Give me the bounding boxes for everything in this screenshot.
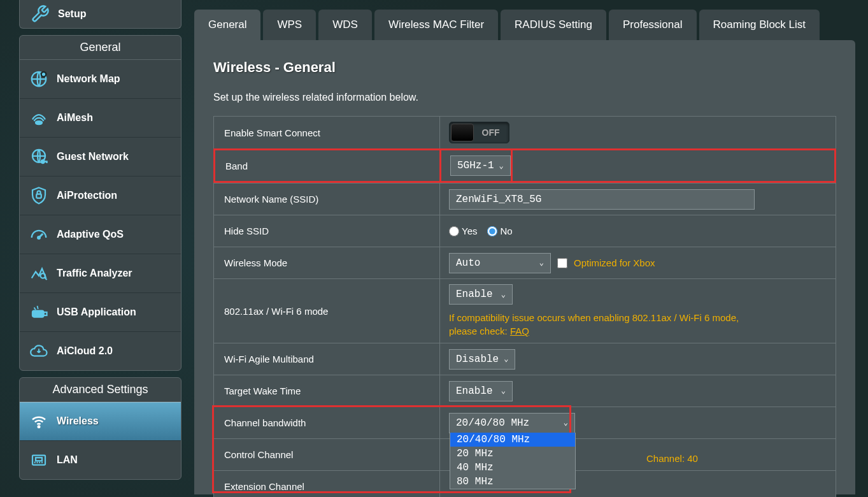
label-control-channel: Control Channel [214,439,440,470]
sidebar-advanced-group: Advanced Settings Wireless LAN [19,377,181,480]
svg-point-4 [41,160,45,163]
tab-radius[interactable]: RADIUS Setting [501,10,606,40]
select-band[interactable]: 5GHz-1 ⌄ [450,155,511,176]
select-channel-bandwidth[interactable]: 20/40/80 MHz ⌄ 20/40/80 MHz 20 MHz 40 MH… [449,413,575,433]
row-twt: Target Wake Time Enable ⌄ [213,375,836,407]
sidebar-item-label: Network Map [57,73,120,85]
dropdown-option[interactable]: 40 MHz [450,461,575,475]
sidebar-item-label: LAN [57,454,78,466]
sidebar-item-wireless[interactable]: Wireless [20,402,181,441]
chevron-down-icon: ⌄ [501,386,506,396]
cloud-icon [27,341,50,361]
usb-icon [27,302,50,322]
input-ssid[interactable] [449,189,755,210]
label-twt: Target Wake Time [214,375,440,407]
sidebar-item-usb-application[interactable]: USB Application [20,293,181,332]
select-value: Enable [456,289,493,300]
radio-input-yes[interactable] [449,226,459,236]
hint-text: Channel: 40 [646,453,698,464]
select-wireless-mode[interactable]: Auto ⌄ [449,253,551,273]
sidebar-item-traffic-analyzer[interactable]: Traffic Analyzer [20,254,181,293]
hint-control-channel: Channel: 40 [646,452,698,465]
sidebar-item-label: Setup [58,8,86,20]
sidebar-item-label: USB Application [57,306,136,318]
sidebar-item-label: Guest Network [57,151,129,162]
sidebar-item-label: AiMesh [57,112,93,124]
radio-label: Yes [462,226,477,236]
label-agile: Wi-Fi Agile Multiband [214,343,440,375]
dropdown-option[interactable]: 20/40/80 MHz [450,433,575,447]
sidebar-item-lan[interactable]: LAN [20,441,181,479]
dropdown-option[interactable]: 20 MHz [450,447,575,461]
panel-description: Set up the wireless related information … [213,92,836,103]
sidebar: Setup General Network Map AiMesh G [19,0,181,497]
sidebar-group-title-general: General [20,36,181,60]
sidebar-item-aicloud[interactable]: AiCloud 2.0 [20,332,181,370]
hint-wifi6: If compatibility issue occurs when enabl… [449,311,767,338]
sidebar-item-aiprotection[interactable]: AiProtection [20,176,181,215]
label-hide-ssid: Hide SSID [214,215,440,247]
radio-input-no[interactable] [487,226,497,236]
radio-hide-ssid-no[interactable]: No [487,226,512,236]
dropdown-option[interactable]: 80 MHz [450,475,575,489]
radio-hide-ssid-yes[interactable]: Yes [449,226,477,236]
select-value: 20/40/80 MHz [456,417,529,429]
shield-lock-icon [27,185,50,206]
row-hide-ssid: Hide SSID Yes No [213,215,836,247]
select-value: Enable [456,385,493,397]
svg-rect-11 [32,456,45,465]
label-wifi6: 802.11ax / Wi-Fi 6 mode [214,279,440,343]
row-wifi6: 802.11ax / Wi-Fi 6 mode Enable ⌄ If comp… [213,278,836,343]
label-channel-bandwidth: Channel bandwidth [214,407,440,438]
label-band: Band [215,150,441,181]
row-wireless-mode: Wireless Mode Auto ⌄ Optimized for Xbox [213,247,836,278]
sidebar-item-network-map[interactable]: Network Map [20,60,181,99]
row-smart-connect: Enable Smart Connect OFF [213,116,836,148]
wifi-icon [27,411,50,431]
dropdown-channel-bandwidth: 20/40/80 MHz 20 MHz 40 MHz 80 MHz [450,433,576,489]
toggle-state: OFF [474,127,508,138]
label-extension-channel: Extension Channel [214,471,440,497]
select-value: 5GHz-1 [457,160,494,171]
sidebar-item-adaptive-qos[interactable]: Adaptive QoS [20,215,181,254]
chevron-down-icon: ⌄ [504,354,508,364]
tab-wps[interactable]: WPS [263,10,316,40]
select-twt[interactable]: Enable ⌄ [449,381,513,401]
select-wifi6[interactable]: Enable ⌄ [449,284,513,305]
svg-rect-5 [36,194,41,198]
tabs: General WPS WDS Wireless MAC Filter RADI… [194,10,855,40]
tab-roaming-block[interactable]: Roaming Block List [699,10,820,40]
toggle-knob [451,124,474,141]
label-ssid: Network Name (SSID) [214,184,440,215]
svg-rect-12 [36,457,42,461]
row-band: Band 5GHz-1 ⌄ [213,148,836,183]
checkbox-xbox[interactable] [557,258,567,268]
link-faq[interactable]: FAQ [510,326,529,336]
row-channel-bandwidth: Channel bandwidth 20/40/80 MHz ⌄ 20/40/8… [213,407,836,438]
gauge-icon [27,224,50,245]
panel-title: Wireless - General [213,59,836,76]
select-agile[interactable]: Disable ⌄ [449,349,515,370]
toggle-smart-connect[interactable]: OFF [449,122,509,143]
sidebar-item-aimesh[interactable]: AiMesh [20,99,181,138]
sidebar-group-title-advanced: Advanced Settings [20,378,181,402]
sidebar-item-label: AiCloud 2.0 [57,345,113,357]
globe-key-icon [27,147,50,167]
ethernet-icon [27,450,50,470]
sidebar-item-guest-network[interactable]: Guest Network [20,138,181,176]
tab-professional[interactable]: Professional [609,10,697,40]
main-content: General WPS WDS Wireless MAC Filter RADI… [181,0,868,497]
chevron-down-icon: ⌄ [499,161,504,171]
globe-pin-icon [27,69,50,89]
sidebar-item-label: Traffic Analyzer [57,268,132,279]
svg-point-1 [41,72,46,77]
tab-wds[interactable]: WDS [318,10,372,40]
tab-mac-filter[interactable]: Wireless MAC Filter [374,10,498,40]
sidebar-item-setup[interactable]: Setup [19,0,181,29]
tab-general[interactable]: General [194,10,260,40]
svg-rect-8 [32,311,44,317]
sidebar-general-group: General Network Map AiMesh Guest Network [19,35,181,371]
hint-xbox: Optimized for Xbox [574,256,655,270]
svg-point-2 [36,121,42,124]
sidebar-item-label: Wireless [57,415,99,427]
